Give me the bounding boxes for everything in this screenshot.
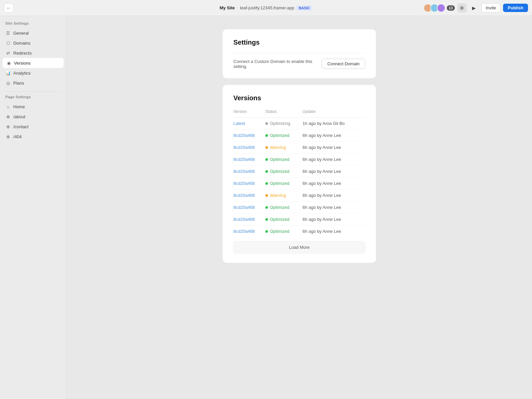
versions-icon: ◉ bbox=[6, 60, 11, 66]
table-row: 8cd20a468Optimized6h ago by Anne Lee bbox=[233, 213, 365, 225]
update-text: 6h ago by Anne Lee bbox=[303, 229, 341, 234]
status-dot bbox=[265, 206, 268, 209]
sidebar-item-label: Redirects bbox=[13, 51, 32, 56]
status-dot bbox=[265, 194, 268, 197]
versions-table: Version Status Update LatestOptimizing1h… bbox=[233, 107, 365, 237]
status-dot bbox=[265, 134, 268, 137]
status-dot bbox=[265, 146, 268, 149]
sidebar-item-domains[interactable]: ⬡ Domains bbox=[0, 38, 66, 48]
version-link[interactable]: 8cd20a468 bbox=[233, 145, 255, 150]
update-cell: 6h ago by Anne Lee bbox=[303, 166, 365, 178]
status-cell: Optimized bbox=[265, 154, 303, 166]
status-text: Optimized bbox=[270, 181, 290, 186]
sidebar-item-plans[interactable]: ◎ Plans bbox=[0, 78, 66, 88]
contact-icon: ⊕ bbox=[5, 124, 11, 129]
version-link[interactable]: 8cd20a468 bbox=[233, 193, 255, 198]
status-dot bbox=[265, 182, 268, 185]
topbar-right: 13 ⚙ ▶ Invite Publish bbox=[423, 3, 528, 13]
col-status: Status bbox=[265, 107, 303, 118]
update-cell: 6h ago by Anne Lee bbox=[303, 201, 365, 213]
sidebar-item-redirects[interactable]: ⇄ Redirects bbox=[0, 48, 66, 58]
update-text: 6h ago by Anne Lee bbox=[303, 133, 341, 138]
status-cell: Optimized bbox=[265, 166, 303, 178]
update-cell: 6h ago by Anne Lee bbox=[303, 190, 365, 201]
sidebar-item-analytics[interactable]: 📊 Analytics bbox=[0, 68, 66, 78]
update-cell: 6h ago by Anne Lee bbox=[303, 225, 365, 237]
sidebar-item-versions[interactable]: ◉ Versions bbox=[3, 58, 64, 68]
play-icon: ▶ bbox=[472, 5, 476, 11]
status-text: Optimized bbox=[270, 205, 290, 210]
col-version: Version bbox=[233, 107, 265, 118]
invite-button[interactable]: Invite bbox=[481, 3, 500, 12]
table-row: 8cd20a468Warning6h ago by Anne Lee bbox=[233, 190, 365, 201]
back-button[interactable]: ← bbox=[4, 3, 13, 13]
main-content: Settings Connect a Custom Domain to enab… bbox=[67, 16, 532, 399]
sidebar-item-label: Analytics bbox=[13, 71, 31, 76]
version-link[interactable]: 8cd20a468 bbox=[233, 181, 255, 186]
table-row: 8cd20a468Optimized6h ago by Anne Lee bbox=[233, 130, 365, 142]
status-cell: Optimized bbox=[265, 225, 303, 237]
sidebar-item-general[interactable]: ☰ General bbox=[0, 28, 66, 38]
settings-button[interactable]: ⚙ bbox=[457, 3, 467, 13]
status-text: Optimized bbox=[270, 217, 290, 222]
update-text: 6h ago by Anne Lee bbox=[303, 181, 341, 186]
table-row: 8cd20a468Optimized6h ago by Anne Lee bbox=[233, 178, 365, 190]
status-text: Optimized bbox=[270, 157, 290, 162]
status-cell: Optimizing bbox=[265, 118, 303, 130]
sidebar-item-label: Home bbox=[13, 104, 25, 109]
about-icon: ⊕ bbox=[5, 114, 11, 119]
sidebar-item-label: Plans bbox=[13, 81, 24, 86]
version-link[interactable]: 8cd20a468 bbox=[233, 133, 255, 138]
table-row: 8cd20a468Optimized6h ago by Anne Lee bbox=[233, 166, 365, 178]
sidebar-item-label: /contact bbox=[13, 124, 29, 129]
sidebar-divider bbox=[5, 91, 61, 92]
sidebar-item-about[interactable]: ⊕ /about bbox=[0, 112, 66, 122]
table-row: 8cd20a468Optimized6h ago by Anne Lee bbox=[233, 201, 365, 213]
version-link[interactable]: 8cd20a468 bbox=[233, 157, 255, 162]
update-text: 6h ago by Anne Lee bbox=[303, 193, 341, 198]
status-cell: Warning bbox=[265, 142, 303, 154]
avatar bbox=[437, 4, 445, 12]
preview-button[interactable]: ▶ bbox=[469, 3, 479, 13]
table-row: LatestOptimizing1h ago by Aroa Gil Bo bbox=[233, 118, 365, 130]
sidebar-item-contact[interactable]: ⊕ /contact bbox=[0, 122, 66, 132]
update-cell: 6h ago by Anne Lee bbox=[303, 178, 365, 190]
update-text: 6h ago by Anne Lee bbox=[303, 157, 341, 162]
site-name: My Site bbox=[220, 5, 235, 10]
version-cell: 8cd20a468 bbox=[233, 142, 265, 154]
load-more-button[interactable]: Load More bbox=[233, 241, 365, 253]
sidebar-item-home[interactable]: ⌂ Home bbox=[0, 102, 66, 112]
version-link[interactable]: 8cd20a468 bbox=[233, 205, 255, 210]
domains-icon: ⬡ bbox=[5, 40, 11, 46]
sidebar-item-label: Versions bbox=[14, 61, 31, 66]
version-cell: Latest bbox=[233, 118, 265, 130]
table-row: 8cd20a468Optimized6h ago by Anne Lee bbox=[233, 154, 365, 166]
version-cell: 8cd20a468 bbox=[233, 130, 265, 142]
publish-button[interactable]: Publish bbox=[503, 4, 528, 12]
version-cell: 8cd20a468 bbox=[233, 166, 265, 178]
sidebar-item-404[interactable]: ⊕ /404 bbox=[0, 132, 66, 142]
gear-icon: ⚙ bbox=[460, 5, 464, 11]
settings-message: Connect a Custom Domain to enable this s… bbox=[233, 59, 316, 69]
versions-card: Versions Version Status Update LatestOpt… bbox=[223, 85, 376, 263]
status-text: Optimized bbox=[270, 229, 290, 234]
status-text: Optimized bbox=[270, 133, 290, 138]
version-link[interactable]: Latest bbox=[233, 121, 245, 126]
topbar-center: My Site · leaf-justify.12345.framer.app … bbox=[220, 5, 312, 11]
page-settings-title: Page Settings bbox=[0, 95, 66, 102]
version-cell: 8cd20a468 bbox=[233, 154, 265, 166]
home-icon: ⌂ bbox=[5, 104, 11, 109]
version-link[interactable]: 8cd20a468 bbox=[233, 229, 255, 234]
site-settings-title: Site Settings bbox=[0, 21, 66, 28]
status-cell: Optimized bbox=[265, 178, 303, 190]
update-text: 1h ago by Aroa Gil Bo bbox=[303, 121, 345, 126]
table-row: 8cd20a468Warning6h ago by Anne Lee bbox=[233, 142, 365, 154]
sidebar-item-label: /404 bbox=[13, 134, 22, 139]
sidebar-item-label: /about bbox=[13, 114, 25, 119]
404-icon: ⊕ bbox=[5, 134, 11, 139]
sidebar-item-label: General bbox=[13, 31, 29, 36]
connect-domain-button[interactable]: Connect Domain bbox=[322, 59, 365, 69]
version-link[interactable]: 8cd20a468 bbox=[233, 217, 255, 222]
version-link[interactable]: 8cd20a468 bbox=[233, 169, 255, 174]
avatar-count: 13 bbox=[447, 5, 455, 11]
